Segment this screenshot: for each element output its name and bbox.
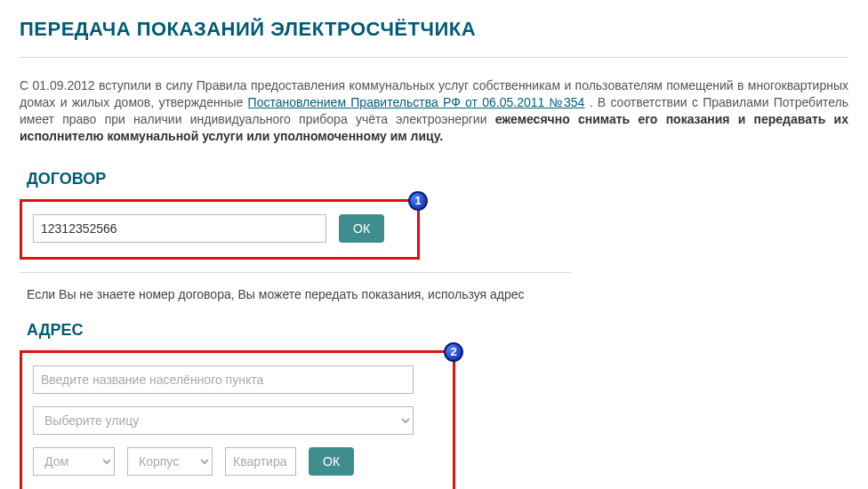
contract-ok-button[interactable]: ОК	[339, 214, 384, 243]
page-title: ПЕРЕДАЧА ПОКАЗАНИЙ ЭЛЕКТРОСЧЁТЧИКА	[20, 18, 848, 41]
apartment-input[interactable]	[225, 447, 296, 476]
block-select[interactable]: Корпус	[127, 447, 213, 476]
contract-heading: ДОГОВОР	[27, 170, 848, 188]
street-select[interactable]: Выберите улицу	[33, 406, 414, 435]
no-contract-hint: Если Вы не знаете номер договора, Вы мож…	[27, 287, 848, 301]
locality-input[interactable]	[33, 365, 414, 394]
callout-badge-2: 2	[444, 342, 463, 362]
contract-callout: 1 ОК	[20, 199, 420, 260]
contract-number-input[interactable]	[33, 214, 326, 243]
house-select[interactable]: Дом	[33, 447, 115, 476]
section-divider	[20, 272, 571, 273]
decree-link[interactable]: Постановлением Правительства РФ от 06.05…	[248, 95, 585, 109]
title-divider	[20, 57, 848, 58]
callout-badge-1: 1	[408, 191, 428, 211]
address-heading: АДРЕС	[27, 321, 848, 340]
address-callout: 2 Выберите улицу Дом Корпус ОК	[20, 350, 455, 489]
address-ok-button[interactable]: ОК	[309, 447, 354, 476]
intro-paragraph: С 01.09.2012 вступили в силу Правила пре…	[20, 77, 848, 145]
